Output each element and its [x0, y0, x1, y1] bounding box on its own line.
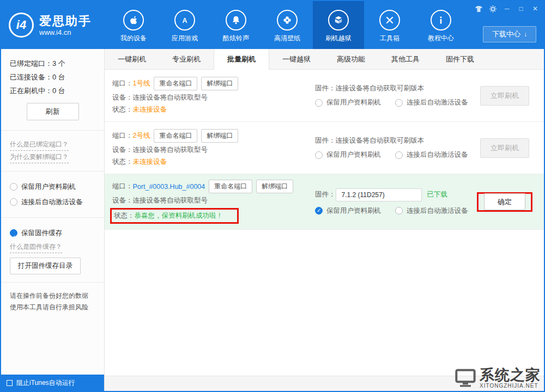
main-panel: 一键刷机 专业刷机 批量刷机 一键越狱 高级功能 其他工具 固件下载 端口： 1…: [105, 49, 544, 391]
stat-flashing: 正在刷机中：0 台: [10, 84, 95, 97]
checkbox-keep-firmware-cache[interactable]: 保留固件缓存: [10, 225, 95, 241]
firmware-info: 连接设备将自动获取可刷版本: [336, 84, 425, 93]
jailbreak-icon: [328, 10, 349, 30]
nav-label: 应用游戏: [172, 34, 198, 43]
unbind-port-button[interactable]: 解绑端口: [256, 180, 293, 193]
tab-pro-flash[interactable]: 专业刷机: [159, 49, 214, 69]
checkbox-unchecked-icon: [7, 380, 13, 386]
download-center-button[interactable]: 下载中心↓: [483, 26, 536, 42]
appstore-icon: A: [174, 10, 195, 30]
radio-icon: [315, 151, 323, 159]
radio-keep-user-data[interactable]: 保留用户资料刷机: [315, 150, 381, 160]
confirm-button[interactable]: 确定: [484, 193, 525, 210]
radio-keep-user-data[interactable]: 保留用户资料刷机: [10, 179, 95, 194]
svg-text:A: A: [183, 16, 187, 24]
annotation-status-box: 状态： 恭喜您，保资料刷机成功啦！: [110, 208, 239, 224]
apple-icon: [123, 10, 144, 30]
port-status: 未连接设备: [133, 105, 167, 114]
firmware-version-input[interactable]: 7.1.2 (11D257): [336, 188, 422, 201]
nav-label: 刷机越狱: [325, 34, 352, 43]
checkbox-checked-icon: [10, 229, 17, 237]
nav-item-toolbox[interactable]: 工具箱: [364, 1, 415, 49]
sidebar: 已绑定端口：3 个 已连接设备：0 台 正在刷机中：0 台 刷新 什么是已绑定端…: [1, 49, 105, 391]
backup-warning-line2: 使用本工具请自行承担风险: [10, 302, 95, 313]
port-row-3-success: 端口： Port_#0003.Hub_#0004 重命名端口 解绑端口 设备： …: [105, 174, 544, 230]
stat-bound-ports: 已绑定端口：3 个: [10, 57, 95, 70]
radio-auto-activate[interactable]: 连接后自动激活设备: [395, 206, 468, 216]
stat-connected-devices: 已连接设备：0 台: [10, 70, 95, 84]
unbind-port-button[interactable]: 解绑端口: [201, 77, 238, 90]
tab-firmware-download[interactable]: 固件下载: [433, 49, 487, 69]
tab-one-click-flash[interactable]: 一键刷机: [105, 49, 159, 69]
radio-icon: [315, 99, 323, 107]
main-footer: [105, 376, 544, 391]
port-name: 1号线: [133, 79, 150, 88]
nav-label: 教程中心: [428, 34, 454, 43]
brand-title: 爱思助手: [39, 14, 92, 28]
block-itunes-toggle[interactable]: 阻止iTunes自动运行: [1, 375, 104, 391]
nav-item-wallpapers[interactable]: 高清壁纸: [262, 1, 313, 49]
brand-site: www.i4.cn: [39, 28, 92, 36]
link-why-unbind-port[interactable]: 为什么要解绑端口？: [10, 151, 69, 163]
port-status-success: 恭喜您，保资料刷机成功啦！: [135, 211, 223, 220]
tab-one-click-jailbreak[interactable]: 一键越狱: [269, 49, 324, 69]
settings-gear-icon[interactable]: [488, 4, 497, 13]
main-nav: 我的设备 A 应用游戏 酷炫铃声 高清壁纸: [108, 1, 467, 49]
device-info: 连接设备将自动获取型号: [133, 145, 208, 155]
skin-icon[interactable]: [474, 4, 483, 13]
open-firmware-cache-button[interactable]: 打开固件缓存目录: [10, 258, 81, 274]
nav-item-apps-games[interactable]: A 应用游戏: [159, 1, 210, 49]
refresh-button[interactable]: 刷新: [27, 103, 79, 120]
bell-icon: [226, 10, 246, 30]
app-window: i4 爱思助手 www.i4.cn 我的设备 A 应用游戏: [0, 0, 545, 392]
download-arrow-icon: ↓: [524, 30, 527, 38]
i4-logo-icon: i4: [9, 13, 34, 38]
nav-label: 高清壁纸: [274, 34, 300, 43]
radio-icon: [395, 151, 403, 159]
radio-checked-icon: [315, 207, 323, 215]
downloaded-badge: 已下载: [427, 190, 448, 199]
rename-port-button[interactable]: 重命名端口: [154, 77, 197, 90]
radio-icon: [395, 99, 403, 107]
device-info: 连接设备将自动获取型号: [133, 93, 208, 102]
unbind-port-button[interactable]: 解绑端口: [201, 129, 238, 143]
port-row-2: 端口： 2号线 重命名端口 解绑端口 设备： 连接设备将自动获取型号 状态： 未…: [105, 122, 544, 174]
radio-keep-user-data-checked[interactable]: 保留用户资料刷机: [315, 206, 381, 216]
rename-port-button[interactable]: 重命名端口: [209, 180, 252, 193]
toolbox-icon: [379, 10, 400, 30]
nav-item-flash-jailbreak[interactable]: 刷机越狱: [313, 1, 364, 49]
flash-now-button[interactable]: 立即刷机: [480, 86, 529, 106]
nav-item-tutorials[interactable]: 教程中心: [415, 1, 467, 49]
minimize-icon[interactable]: ─: [502, 4, 511, 13]
header: i4 爱思助手 www.i4.cn 我的设备 A 应用游戏: [1, 1, 544, 49]
radio-keep-user-data[interactable]: 保留用户资料刷机: [315, 98, 381, 107]
flash-tabs: 一键刷机 专业刷机 批量刷机 一键越狱 高级功能 其他工具 固件下载: [105, 49, 544, 70]
maximize-icon[interactable]: □: [517, 4, 525, 13]
info-icon: [431, 10, 451, 30]
radio-icon: [395, 207, 403, 215]
nav-label: 酷炫铃声: [223, 34, 249, 43]
backup-warning-line1: 请在操作前备份好您的数据: [10, 290, 95, 302]
tab-batch-flash[interactable]: 批量刷机: [214, 49, 269, 70]
link-what-is-firmware-cache[interactable]: 什么是固件缓存？: [10, 241, 62, 253]
tab-other-tools[interactable]: 其他工具: [378, 49, 433, 69]
radio-auto-activate[interactable]: 连接后自动激活设备: [10, 194, 95, 210]
device-info: 连接设备将自动获取型号: [133, 196, 208, 205]
nav-item-my-devices[interactable]: 我的设备: [108, 1, 159, 49]
port-status: 未连接设备: [133, 157, 167, 167]
tab-advanced[interactable]: 高级功能: [324, 49, 378, 69]
logo: i4 爱思助手 www.i4.cn: [1, 1, 108, 49]
nav-item-ringtones[interactable]: 酷炫铃声: [210, 1, 262, 49]
port-name: 2号线: [133, 131, 150, 140]
rename-port-button[interactable]: 重命名端口: [154, 129, 197, 143]
annotation-confirm-box: 确定: [477, 192, 532, 212]
wallpaper-icon: [277, 10, 298, 30]
nav-label: 工具箱: [380, 34, 399, 43]
flash-now-button[interactable]: 立即刷机: [480, 138, 529, 158]
radio-auto-activate[interactable]: 连接后自动激活设备: [395, 150, 468, 160]
link-what-is-bound-port[interactable]: 什么是已绑定端口？: [10, 138, 69, 151]
port-name: Port_#0003.Hub_#0004: [133, 183, 205, 191]
nav-label: 我的设备: [120, 34, 147, 43]
radio-auto-activate[interactable]: 连接后自动激活设备: [395, 98, 468, 107]
close-icon[interactable]: ✕: [531, 4, 540, 13]
